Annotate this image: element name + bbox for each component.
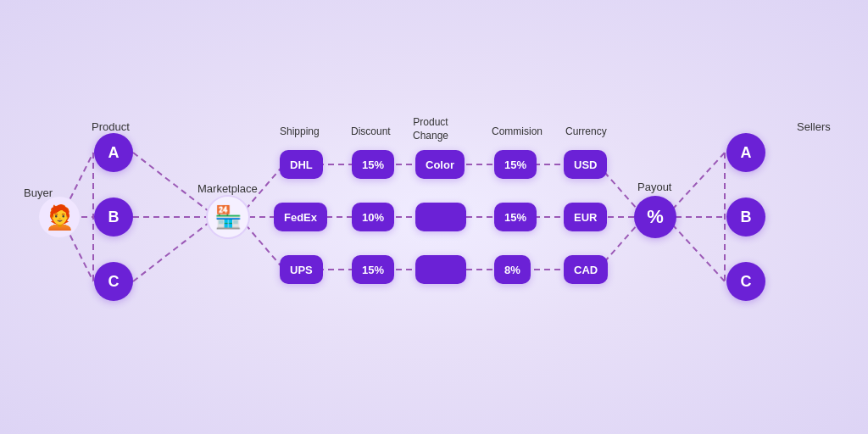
- row1-currency[interactable]: USD: [564, 150, 607, 179]
- row2-product-change[interactable]: [415, 203, 466, 231]
- marketplace-label: Marketplace: [198, 182, 258, 195]
- discount-label: Discount: [351, 125, 391, 137]
- row1-commission[interactable]: 15%: [494, 150, 537, 179]
- payout-label: Payout: [637, 181, 671, 193]
- row2-shipping[interactable]: FedEx: [274, 203, 327, 231]
- shipping-label: Shipping: [280, 125, 320, 137]
- product-a-circle: A: [94, 133, 133, 172]
- row1-discount[interactable]: 15%: [352, 150, 394, 179]
- commission-label: Commision: [492, 125, 542, 137]
- buyer-avatar: 🧑‍🦰: [39, 197, 80, 237]
- seller-b-circle: B: [726, 198, 765, 236]
- product-change-label: ProductChange: [413, 116, 448, 142]
- sellers-label: Sellers: [797, 120, 831, 133]
- row2-commission[interactable]: 15%: [494, 203, 537, 231]
- row3-discount[interactable]: 15%: [352, 255, 394, 284]
- product-b-circle: B: [94, 198, 133, 236]
- row2-discount[interactable]: 10%: [352, 203, 394, 231]
- row2-currency[interactable]: EUR: [564, 203, 607, 231]
- row3-product-change[interactable]: [415, 255, 466, 284]
- row1-product-change[interactable]: Color: [415, 150, 465, 179]
- diagram: .dashed { stroke: #9b59b6; stroke-width:…: [0, 0, 868, 434]
- row3-currency[interactable]: CAD: [564, 255, 608, 284]
- row1-shipping[interactable]: DHL: [280, 150, 323, 179]
- seller-c-circle: C: [726, 262, 765, 301]
- marketplace-icon: 🏪: [206, 195, 250, 239]
- currency-label: Currency: [565, 125, 607, 137]
- svg-line-6: [133, 217, 216, 281]
- product-c-circle: C: [94, 262, 133, 301]
- payout-circle: %: [634, 196, 676, 238]
- product-label: Product: [92, 120, 130, 133]
- seller-a-circle: A: [726, 133, 765, 172]
- buyer-label: Buyer: [24, 186, 53, 199]
- row3-shipping[interactable]: UPS: [280, 255, 323, 284]
- svg-line-27: [665, 217, 725, 281]
- row3-commission[interactable]: 8%: [494, 255, 531, 284]
